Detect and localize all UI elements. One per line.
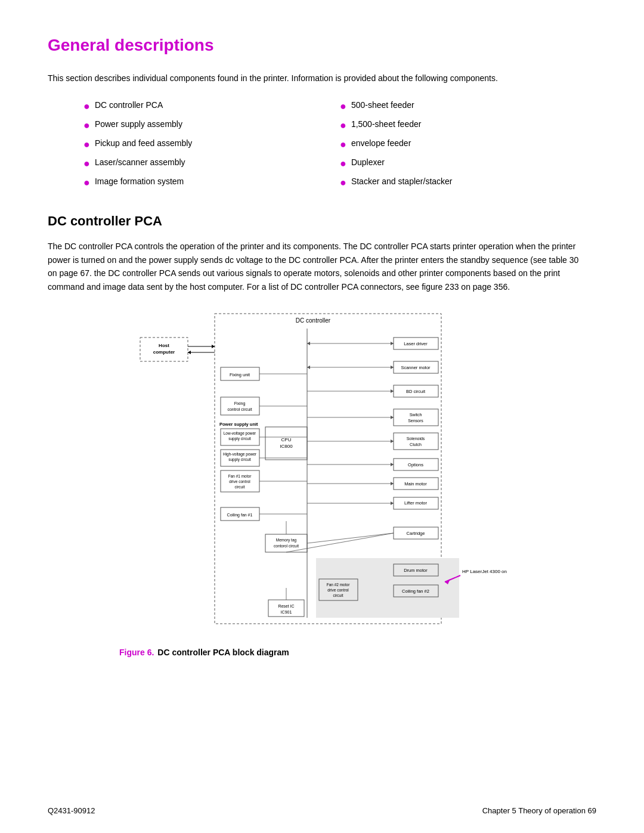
figure-caption: Figure 6. DC controller PCA block diagra… — [48, 648, 596, 657]
svg-text:High-voltage power: High-voltage power — [223, 452, 257, 457]
svg-text:Scanner motor: Scanner motor — [401, 365, 431, 370]
footer-right: Chapter 5 Theory of operation 69 — [482, 806, 596, 815]
svg-line-77 — [307, 533, 394, 543]
intro-text: This section describes individual compon… — [48, 72, 561, 85]
bullet-icon: ● — [340, 137, 346, 153]
list-item: ●500-sheet feeder — [340, 99, 596, 114]
page-footer: Q2431-90912 Chapter 5 Theory of operatio… — [48, 806, 596, 815]
svg-marker-67 — [188, 351, 191, 354]
svg-marker-91 — [391, 439, 394, 443]
svg-text:Fan #2 motor: Fan #2 motor — [327, 583, 350, 587]
svg-text:CPU: CPU — [281, 437, 292, 442]
footer-left: Q2431-90912 — [48, 806, 95, 815]
svg-marker-92 — [391, 463, 394, 466]
svg-text:Laser driver: Laser driver — [404, 341, 428, 346]
components-left-col: ●DC controller PCA●Power supply assembly… — [83, 99, 340, 194]
list-item: ●Pickup and feed assembly — [83, 137, 340, 153]
list-item: ●DC controller PCA — [83, 99, 340, 114]
bullet-icon: ● — [83, 175, 90, 191]
svg-text:computer: computer — [153, 349, 175, 355]
svg-text:circuit: circuit — [235, 485, 245, 489]
svg-text:Switch: Switch — [410, 413, 422, 417]
svg-text:Fixing unit: Fixing unit — [230, 372, 250, 377]
svg-marker-95 — [307, 342, 310, 345]
svg-text:Memory tag: Memory tag — [276, 538, 297, 543]
svg-marker-93 — [391, 482, 394, 485]
svg-text:circuit: circuit — [333, 593, 343, 597]
bullet-icon: ● — [83, 156, 90, 172]
svg-text:supply circuit: supply circuit — [228, 436, 251, 441]
list-item: ●Duplexer — [340, 156, 596, 172]
svg-text:supply circuit: supply circuit — [228, 457, 251, 462]
components-list: ●DC controller PCA●Power supply assembly… — [48, 99, 596, 194]
list-item-label: envelope feeder — [351, 137, 411, 150]
svg-rect-10 — [221, 397, 259, 415]
list-item-label: Stacker and stapler/stacker — [351, 175, 453, 188]
svg-text:Clutch: Clutch — [410, 442, 422, 447]
list-item-label: Power supply assembly — [95, 118, 182, 131]
svg-text:Options: Options — [408, 462, 423, 467]
svg-text:Lifter motor: Lifter motor — [404, 500, 427, 506]
svg-line-85 — [286, 533, 394, 552]
dc-controller-section-title: DC controller PCA — [48, 213, 596, 229]
bullet-icon: ● — [340, 98, 346, 114]
svg-text:Power supply unit: Power supply unit — [219, 422, 258, 427]
svg-text:IC800: IC800 — [280, 444, 293, 449]
svg-text:contorol circuit: contorol circuit — [274, 544, 299, 548]
bullet-icon: ● — [83, 117, 90, 134]
svg-text:Drum motor: Drum motor — [404, 568, 428, 573]
svg-text:Host: Host — [159, 343, 169, 348]
list-item-label: 500-sheet feeder — [351, 99, 414, 112]
svg-text:Solenoids: Solenoids — [407, 436, 425, 441]
components-right-col: ●500-sheet feeder●1,500-sheet feeder●env… — [340, 99, 596, 194]
bullet-icon: ● — [340, 175, 346, 191]
svg-rect-41 — [394, 433, 438, 450]
diagram-container: DC controller Host computer CPU IC800 Fi… — [48, 308, 596, 642]
dc-controller-body: The DC controller PCA controls the opera… — [48, 240, 584, 293]
svg-text:Cartridge: Cartridge — [407, 531, 425, 536]
list-item: ●Stacker and stapler/stacker — [340, 175, 596, 191]
svg-text:HP LaserJet 4300 only: HP LaserJet 4300 only — [462, 569, 507, 574]
list-item-label: 1,500-sheet feeder — [351, 118, 422, 131]
svg-marker-90 — [391, 416, 394, 419]
svg-text:Reset IC: Reset IC — [278, 604, 294, 608]
list-item: ●envelope feeder — [340, 137, 596, 153]
bullet-icon: ● — [340, 156, 346, 172]
svg-text:Fan #1 motor: Fan #1 motor — [228, 474, 252, 478]
svg-text:Low-voltage power: Low-voltage power — [224, 431, 256, 436]
svg-text:Fixing: Fixing — [234, 401, 246, 406]
list-item: ●Image formation system — [83, 175, 340, 191]
list-item-label: Image formation system — [95, 175, 184, 188]
svg-text:IC901: IC901 — [281, 610, 292, 614]
list-item: ●Laser/scanner assembly — [83, 156, 340, 172]
figure-caption-text: DC controller PCA block diagram — [157, 648, 289, 657]
list-item-label: Duplexer — [351, 156, 385, 169]
svg-text:Sensors: Sensors — [408, 419, 423, 423]
svg-marker-88 — [391, 366, 394, 369]
svg-text:Coiling fan #2: Coiling fan #2 — [402, 589, 429, 594]
list-item: ●Power supply assembly — [83, 118, 340, 134]
svg-marker-87 — [391, 342, 394, 345]
list-item-label: DC controller PCA — [95, 99, 163, 112]
svg-text:drive control: drive control — [229, 479, 250, 484]
bullet-icon: ● — [340, 117, 346, 134]
page: General descriptions This section descri… — [0, 0, 644, 711]
svg-marker-94 — [391, 501, 394, 505]
bullet-icon: ● — [83, 137, 90, 153]
svg-text:Main motor: Main motor — [404, 481, 427, 487]
list-item: ●1,500-sheet feeder — [340, 118, 596, 134]
svg-rect-38 — [394, 409, 438, 426]
svg-text:drive control: drive control — [327, 588, 349, 592]
svg-text:DC controller: DC controller — [296, 317, 331, 324]
svg-marker-96 — [307, 366, 310, 369]
bullet-icon: ● — [83, 98, 90, 114]
svg-marker-89 — [391, 389, 394, 393]
diagram-svg: DC controller Host computer CPU IC800 Fi… — [137, 308, 507, 642]
list-item-label: Laser/scanner assembly — [95, 156, 185, 169]
svg-text:Coiling fan #1: Coiling fan #1 — [227, 513, 253, 518]
page-title: General descriptions — [48, 36, 596, 55]
svg-text:BD circuit: BD circuit — [406, 389, 426, 394]
list-item-label: Pickup and feed assembly — [95, 137, 192, 150]
svg-marker-66 — [212, 345, 215, 348]
figure-label: Figure 6. — [119, 648, 154, 657]
